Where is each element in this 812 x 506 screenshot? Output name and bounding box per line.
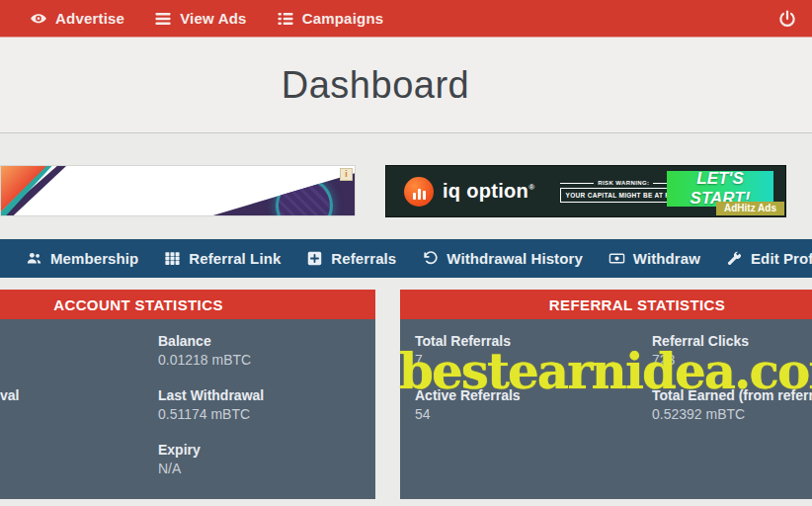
list-icon bbox=[154, 10, 172, 28]
history-icon bbox=[422, 250, 439, 267]
power-logout-icon[interactable] bbox=[777, 9, 797, 29]
iq-option-logo: iq option® bbox=[404, 177, 534, 207]
users-icon bbox=[26, 250, 42, 267]
stat-balance: Balance 0.01218 mBTC bbox=[158, 333, 251, 368]
menu-item-label: Advertise bbox=[55, 10, 124, 27]
nav-item-label: Membership bbox=[50, 250, 138, 267]
menu-item-label: Campaigns bbox=[302, 10, 384, 27]
page-header: Dashboard bbox=[0, 38, 812, 133]
stat-total-earned: Total Earned (from referrals) 0.52392 mB… bbox=[652, 387, 812, 422]
top-menu-bar: Advertise View Ads Campaigns bbox=[0, 0, 812, 38]
eye-icon bbox=[30, 10, 47, 28]
bar-chart-icon bbox=[404, 177, 434, 207]
money-icon bbox=[609, 250, 625, 267]
menu-item-campaigns[interactable]: Campaigns bbox=[277, 10, 384, 28]
nav-item-label: Withdrawal History bbox=[447, 250, 583, 267]
stat-expiry: Expiry N/A bbox=[158, 442, 201, 476]
iq-option-brand: iq option® bbox=[443, 180, 534, 203]
list-alt-icon bbox=[277, 10, 294, 28]
adhitz-network-tag[interactable]: AdHitz Ads bbox=[716, 202, 784, 215]
menu-item-label: View Ads bbox=[180, 10, 246, 27]
nav-item-label: Withdraw bbox=[633, 250, 700, 267]
ad-info-icon[interactable]: i bbox=[340, 168, 353, 181]
stat-active-referrals: Active Referrals 54 bbox=[415, 387, 521, 422]
nav-item-withdrawal-history[interactable]: Withdrawal History bbox=[422, 250, 583, 267]
account-statistics-panel: ACCOUNT STATISTICS val Balance 0.01218 m… bbox=[0, 290, 375, 499]
referral-statistics-panel: REFERRAL STATISTICS Total Referrals 7 Re… bbox=[400, 290, 812, 499]
stat-referral-clicks: Referral Clicks 723 bbox=[652, 333, 749, 368]
grid-icon bbox=[164, 250, 181, 267]
nav-item-referrals[interactable]: Referrals bbox=[306, 250, 396, 267]
stat-last-withdrawal: Last Withdrawal 0.51174 mBTC bbox=[158, 387, 264, 422]
plus-square-icon bbox=[306, 250, 323, 267]
menu-item-advertise[interactable]: Advertise bbox=[30, 10, 124, 28]
stat-total-referrals: Total Referrals 7 bbox=[415, 333, 511, 368]
nav-item-label: Edit Profile bbox=[751, 250, 812, 267]
panel-title: ACCOUNT STATISTICS bbox=[0, 290, 375, 319]
cropped-stat-label: val bbox=[0, 387, 19, 403]
ad-banner-iq-option[interactable]: iq option® RISK WARNING: YOUR CAPITAL MI… bbox=[385, 165, 786, 217]
ad-banner-left[interactable]: i bbox=[0, 165, 356, 216]
nav-item-label: Referrals bbox=[331, 250, 396, 267]
page-title: Dashboard bbox=[0, 64, 751, 107]
account-nav-bar: d Membership Referral Link Referrals Wit… bbox=[0, 239, 812, 278]
nav-item-edit-profile[interactable]: Edit Profile bbox=[726, 250, 812, 267]
wrench-icon bbox=[726, 250, 743, 267]
nav-item-referral-link[interactable]: Referral Link bbox=[164, 250, 281, 267]
panel-title: REFERRAL STATISTICS bbox=[400, 290, 812, 319]
nav-item-membership[interactable]: Membership bbox=[26, 250, 138, 267]
account-statistics-body: val Balance 0.01218 mBTC Last Withdrawal… bbox=[0, 319, 375, 499]
banner-decor-purple-triangle bbox=[206, 166, 355, 216]
menu-item-view-ads[interactable]: View Ads bbox=[154, 10, 246, 28]
banner-decor-glow-circle bbox=[279, 180, 330, 216]
nav-item-label: Referral Link bbox=[189, 250, 281, 267]
nav-item-withdraw[interactable]: Withdraw bbox=[609, 250, 700, 267]
referral-statistics-body: Total Referrals 7 Referral Clicks 723 Ac… bbox=[400, 319, 812, 499]
